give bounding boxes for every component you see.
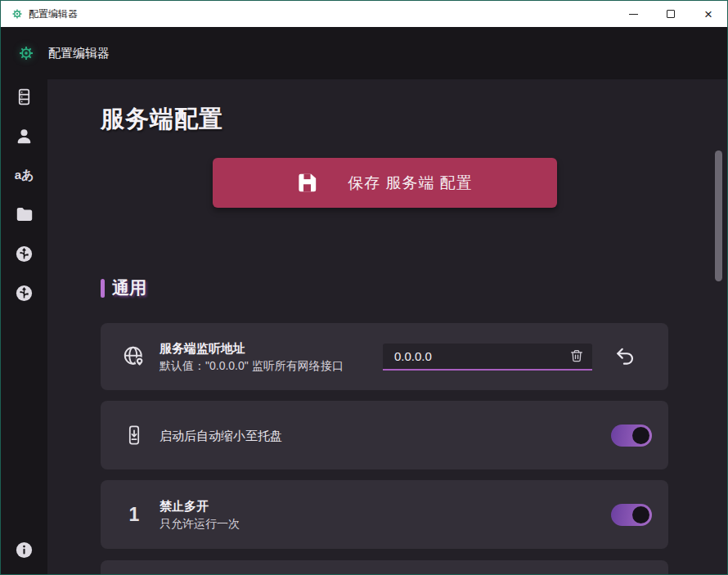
save-floppy-icon [296, 172, 318, 194]
user-icon [15, 127, 34, 146]
app-header: 配置编辑器 [1, 27, 727, 79]
main-panel: 服务端配置 保存 服务端 配置 通用 [47, 79, 727, 574]
undo-icon [614, 346, 636, 367]
header-title: 配置编辑器 [48, 46, 110, 61]
setting-title: 启动后自动缩小至托盘 [160, 427, 611, 444]
toggle-knob [632, 427, 649, 444]
server-icon [15, 88, 34, 106]
section-general: 通用 [101, 276, 668, 299]
app-window: 配置编辑器 × 配置编辑器 [0, 0, 728, 575]
globe-location-icon [120, 344, 148, 369]
save-button-label: 保存 服务端 配置 [348, 173, 473, 194]
maximize-button[interactable] [652, 1, 690, 27]
titlebar: 配置编辑器 × [1, 1, 727, 27]
save-server-config-button[interactable]: 保存 服务端 配置 [213, 158, 557, 208]
minimize-to-tray-toggle[interactable] [611, 425, 652, 447]
page-title: 服务端配置 [101, 106, 668, 131]
minimize-icon [629, 14, 638, 15]
listen-address-input[interactable] [394, 349, 563, 363]
setting-title: 服务端监听地址 [160, 339, 383, 357]
toggle-knob [632, 506, 649, 523]
minimize-to-tray-icon [120, 425, 148, 446]
setting-title: 禁止多开 [160, 497, 611, 514]
setting-card-partial [101, 560, 668, 574]
folder-icon [15, 204, 34, 224]
sidebar-item-folder[interactable] [12, 203, 37, 226]
clear-input-button[interactable] [569, 348, 584, 363]
window-title: 配置编辑器 [29, 7, 78, 21]
setting-description: 只允许运行一次 [160, 515, 611, 532]
section-title: 通用 [112, 276, 146, 299]
app-gear-icon [11, 8, 23, 20]
sidebar-item-user[interactable] [12, 124, 37, 147]
minimize-button[interactable] [614, 1, 652, 27]
info-icon [15, 541, 34, 559]
sidebar-item-server[interactable] [12, 85, 37, 108]
usb-icon [15, 284, 34, 303]
single-instance-toggle[interactable] [611, 504, 652, 526]
sidebar-item-usb-2[interactable] [12, 281, 37, 304]
setting-description: 默认值："0.0.0.0" 监听所有网络接口 [160, 357, 383, 374]
setting-card-minimize-to-tray: 启动后自动缩小至托盘 [101, 401, 668, 469]
maximize-icon [667, 10, 675, 18]
one-icon: 1 [120, 504, 148, 526]
about-button[interactable] [12, 538, 37, 561]
scrollbar-thumb[interactable] [715, 150, 722, 281]
window-controls: × [614, 1, 727, 27]
sidebar: aあ [1, 79, 47, 574]
gear-icon [18, 45, 34, 61]
settings-list: 服务端监听地址 默认值："0.0.0.0" 监听所有网络接口 [101, 323, 668, 574]
close-button[interactable]: × [690, 1, 727, 27]
trash-icon [569, 348, 584, 363]
reset-default-button[interactable] [614, 346, 636, 367]
sidebar-item-language[interactable]: aあ [12, 164, 37, 186]
section-accent-bar [101, 279, 105, 298]
listen-address-input-group [383, 344, 592, 371]
setting-card-single-instance: 1 禁止多开 只允许运行一次 [101, 480, 668, 549]
usb-icon [15, 245, 34, 263]
setting-card-listen-address: 服务端监听地址 默认值："0.0.0.0" 监听所有网络接口 [101, 323, 668, 390]
language-icon: aあ [15, 168, 34, 183]
sidebar-item-usb-1[interactable] [12, 242, 37, 265]
close-icon: × [704, 7, 712, 21]
